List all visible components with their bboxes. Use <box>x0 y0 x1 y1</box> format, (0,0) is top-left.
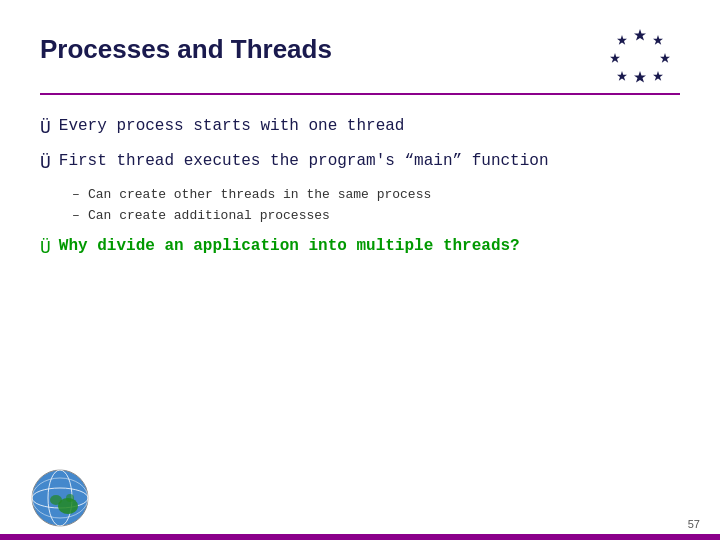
bullet-arrow-3: Ü <box>40 238 51 258</box>
svg-marker-3 <box>653 71 663 81</box>
svg-marker-1 <box>653 35 663 45</box>
bullet-item-1: Ü Every process starts with one thread <box>40 117 680 138</box>
sub-bullet-2: Can create additional processes <box>72 208 680 223</box>
eu-stars-icon <box>600 25 680 85</box>
svg-point-14 <box>66 494 74 502</box>
globe-icon <box>30 468 90 528</box>
bullet-text-3: Why divide an application into multiple … <box>59 237 520 255</box>
bullet-text-1: Every process starts with one thread <box>59 117 405 135</box>
sub-bullet-list: Can create other threads in the same pro… <box>72 187 680 223</box>
svg-marker-5 <box>617 71 627 81</box>
bottom-bar <box>0 534 720 540</box>
svg-point-13 <box>50 495 62 505</box>
title-divider <box>40 93 680 95</box>
bullet-item-2: Ü First thread executes the program's “m… <box>40 152 680 173</box>
bullet-text-2: First thread executes the program's “mai… <box>59 152 549 170</box>
bullet-arrow-2: Ü <box>40 153 51 173</box>
header-section: Processes and Threads <box>40 30 680 85</box>
bullet-arrow-1: Ü <box>40 118 51 138</box>
slide: Processes and Threads <box>0 0 720 540</box>
bullet-list: Ü Every process starts with one thread Ü… <box>40 117 680 258</box>
sub-bullet-1: Can create other threads in the same pro… <box>72 187 680 202</box>
svg-marker-6 <box>610 53 620 63</box>
svg-marker-4 <box>634 71 646 83</box>
svg-marker-7 <box>617 35 627 45</box>
svg-marker-0 <box>634 29 646 41</box>
bullet-item-3: Ü Why divide an application into multipl… <box>40 237 680 258</box>
slide-title: Processes and Threads <box>40 34 332 65</box>
page-number: 57 <box>688 518 700 530</box>
svg-marker-2 <box>660 53 670 63</box>
